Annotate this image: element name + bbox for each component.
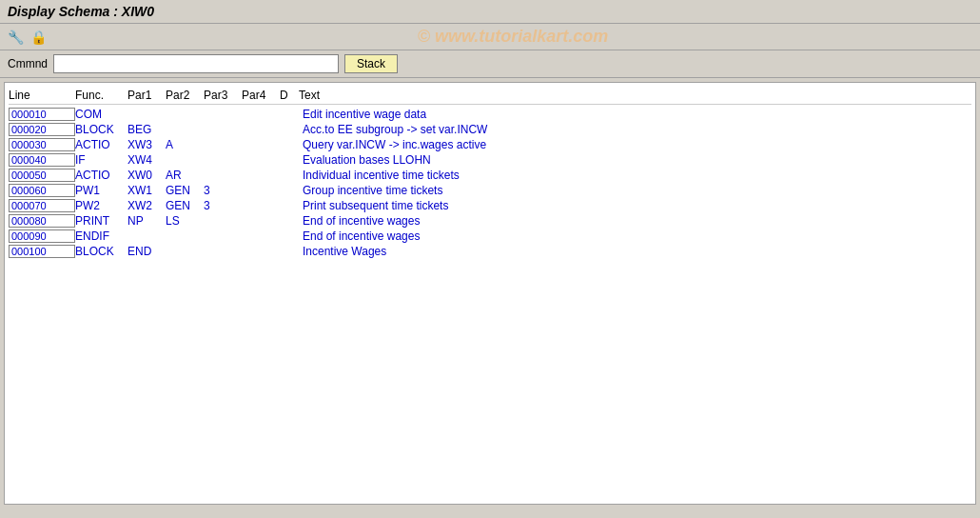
line-cell: 000040 [9,153,75,167]
par1-cell [127,108,166,121]
text-cell: Acc.to EE subgroup -> set var.INCW [299,123,971,136]
par3-cell: 3 [204,199,242,212]
par4-cell [242,138,280,151]
par3-cell [204,153,242,167]
par4-cell [242,199,280,212]
table-row[interactable]: 000090ENDIFEnd of incentive wages [9,229,971,244]
stack-button[interactable]: Stack [344,54,398,73]
text-cell: Group incentive time tickets [299,184,971,197]
lock-icon[interactable]: 🔒 [29,28,48,47]
func-cell: BLOCK [75,123,127,136]
par4-cell [242,245,280,258]
text-cell: Query var.INCW -> inc.wages active [299,138,971,151]
par2-cell: GEN [166,184,204,197]
par2-cell: A [166,138,204,151]
d-cell [280,138,299,151]
line-cell: 000070 [9,199,75,212]
func-cell: IF [75,153,127,167]
col-par3: Par3 [204,89,242,102]
func-cell: ACTIO [75,138,127,151]
text-cell: End of incentive wages [299,214,971,228]
func-cell: BLOCK [75,245,127,258]
par2-cell: GEN [166,199,204,212]
par3-cell [204,245,242,258]
d-cell [280,229,299,243]
line-cell: 000030 [9,138,75,151]
par1-cell: XW2 [127,199,166,212]
col-line: Line [9,89,75,102]
col-text: Text [299,89,971,102]
par3-cell [204,169,242,182]
d-cell [280,245,299,258]
line-cell: 000080 [9,214,75,228]
watermark: © www.tutorialkart.com [51,27,974,47]
table-row[interactable]: 000020BLOCKBEGAcc.to EE subgroup -> set … [9,122,971,137]
par3-cell [204,229,242,243]
line-cell: 000050 [9,169,75,182]
text-cell: Individual incentive time tickets [299,169,971,182]
par3-cell [204,214,242,228]
table-row[interactable]: 000080PRINTNPLSEnd of incentive wages [9,213,971,229]
command-input[interactable] [53,54,339,73]
par4-cell [242,169,280,182]
d-cell [280,184,299,197]
par1-cell: XW1 [127,184,166,197]
text-cell: Edit incentive wage data [299,108,971,121]
par2-cell [166,123,204,136]
par1-cell [127,229,166,243]
table-row[interactable]: 000030ACTIOXW3AQuery var.INCW -> inc.wag… [9,137,971,152]
table-row[interactable]: 000100BLOCKENDIncentive Wages [9,244,971,259]
text-cell: End of incentive wages [299,229,971,243]
par3-cell [204,138,242,151]
func-cell: PRINT [75,214,127,228]
table-body: 000010COMEdit incentive wage data000020B… [9,107,971,259]
tool-icon[interactable]: 🔧 [6,28,25,47]
par2-cell [166,229,204,243]
title-bar: Display Schema : XIW0 [0,0,980,24]
table-row[interactable]: 000010COMEdit incentive wage data [9,107,971,122]
d-cell [280,108,299,121]
par2-cell: LS [166,214,204,228]
par1-cell: XW4 [127,153,166,167]
command-label: Cmmnd [8,57,48,70]
par1-cell: XW0 [127,169,166,182]
d-cell [280,153,299,167]
par4-cell [242,229,280,243]
par4-cell [242,153,280,167]
par2-cell [166,153,204,167]
text-cell: Print subsequent time tickets [299,199,971,212]
func-cell: COM [75,108,127,121]
col-d: D [280,89,299,102]
par1-cell: BEG [127,123,166,136]
col-par1: Par1 [127,89,166,102]
main-content: Line Func. Par1 Par2 Par3 Par4 D Text 00… [4,82,976,505]
par2-cell [166,108,204,121]
func-cell: PW1 [75,184,127,197]
par4-cell [242,184,280,197]
col-par4: Par4 [242,89,280,102]
table-row[interactable]: 000060PW1XW1GEN3Group incentive time tic… [9,183,971,198]
par1-cell: NP [127,214,166,228]
par4-cell [242,123,280,136]
table-row[interactable]: 000070PW2XW2GEN3Print subsequent time ti… [9,198,971,213]
table-header: Line Func. Par1 Par2 Par3 Par4 D Text [9,87,971,105]
text-cell: Evaluation bases LLOHN [299,153,971,167]
col-func: Func. [75,89,127,102]
par2-cell [166,245,204,258]
par4-cell [242,214,280,228]
par3-cell: 3 [204,184,242,197]
func-cell: ENDIF [75,229,127,243]
par1-cell: END [127,245,166,258]
par4-cell [242,108,280,121]
table-row[interactable]: 000050ACTIOXW0ARIndividual incentive tim… [9,168,971,183]
func-cell: ACTIO [75,169,127,182]
table-row[interactable]: 000040IFXW4Evaluation bases LLOHN [9,152,971,168]
line-cell: 000020 [9,123,75,136]
d-cell [280,199,299,212]
line-cell: 000090 [9,229,75,243]
par3-cell [204,108,242,121]
col-par2: Par2 [166,89,204,102]
par2-cell: AR [166,169,204,182]
d-cell [280,214,299,228]
par1-cell: XW3 [127,138,166,151]
